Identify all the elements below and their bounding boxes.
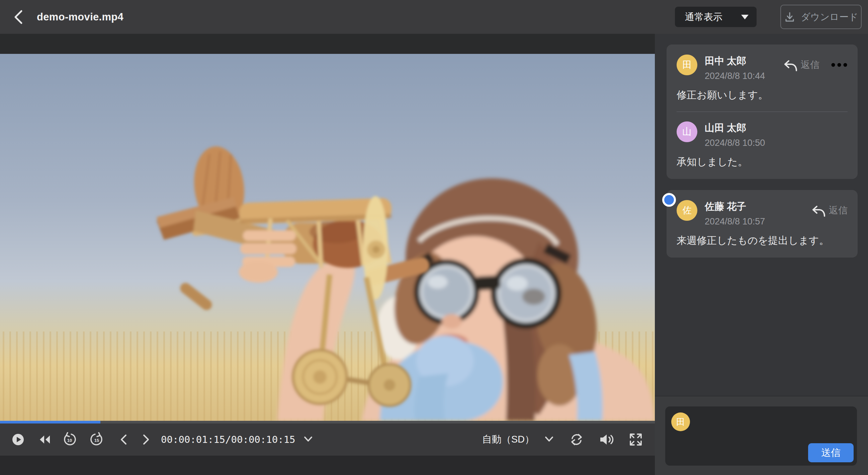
comment-input[interactable] — [697, 412, 807, 444]
comment-composer-section: 田 送信 — [655, 396, 868, 475]
chevron-right-icon — [142, 433, 151, 446]
download-button[interactable]: ダウンロード — [780, 5, 862, 29]
skip-back-10-icon: 10 — [63, 432, 76, 447]
svg-text:15: 15 — [94, 438, 99, 443]
player-controls-right: 自動（SD） — [482, 429, 643, 450]
play-button[interactable] — [12, 429, 24, 450]
comment-author: 田中 太郎 — [705, 55, 783, 68]
video-frame[interactable] — [0, 54, 655, 421]
seek-bar-fill — [0, 421, 100, 423]
comment-thread-card[interactable]: 佐 佐藤 花子 2024/8/8 10:57 返信 来週修正したものを提出します… — [666, 190, 858, 258]
loop-button[interactable] — [569, 429, 584, 450]
page-title: demo-movie.mp4 — [37, 11, 123, 23]
reply-button[interactable]: 返信 — [783, 59, 819, 71]
chevron-left-icon — [119, 433, 128, 446]
player-top-gap — [0, 34, 655, 54]
avatar: 山 — [677, 121, 698, 142]
avatar: 田 — [677, 55, 698, 75]
comment-thread-card[interactable]: 田 田中 太郎 2024/8/8 10:44 返信 — [666, 44, 858, 179]
reply-label: 返信 — [829, 204, 847, 217]
player-column: 10 15 00:00:01:15/00:00:10:15 — [0, 34, 655, 475]
comment-timestamp: 2024/8/8 10:44 — [705, 71, 783, 81]
send-button[interactable]: 送信 — [808, 443, 854, 462]
comment-text: 承知しました。 — [677, 155, 847, 169]
comment-author: 山田 太郎 — [705, 121, 847, 135]
quality-selector[interactable]: 自動（SD） — [482, 433, 555, 446]
thread-divider — [677, 112, 847, 112]
comment-menu-button[interactable] — [831, 63, 847, 67]
chevron-left-icon — [11, 8, 25, 26]
quality-label: 自動（SD） — [482, 433, 534, 446]
download-icon — [784, 11, 796, 23]
comment-author: 佐藤 花子 — [705, 200, 811, 214]
skip-back-10-button[interactable]: 10 — [63, 429, 76, 450]
volume-button[interactable] — [599, 429, 614, 450]
reply-arrow-icon — [811, 204, 826, 217]
reply-label: 返信 — [801, 59, 819, 71]
download-label: ダウンロード — [801, 11, 858, 24]
rewind-icon — [38, 435, 51, 445]
skip-forward-15-icon: 15 — [90, 432, 104, 447]
comment-list: 田 田中 太郎 2024/8/8 10:44 返信 — [655, 34, 868, 396]
timecode-menu-button[interactable] — [303, 429, 313, 450]
chevron-down-icon — [544, 436, 555, 443]
comment-sidebar: 田 田中 太郎 2024/8/8 10:44 返信 — [655, 34, 868, 475]
comment-timestamp: 2024/8/8 10:57 — [705, 216, 811, 227]
sync-arrows-icon — [569, 433, 584, 447]
caret-down-icon — [741, 15, 748, 20]
timecode-display: 00:00:01:15/00:00:10:15 — [161, 434, 296, 445]
reply-arrow-icon — [783, 59, 797, 71]
svg-text:10: 10 — [67, 438, 72, 443]
player-controls: 10 15 00:00:01:15/00:00:10:15 — [0, 423, 655, 455]
avatar: 田 — [671, 412, 690, 431]
unread-marker — [662, 193, 676, 207]
avatar: 佐 — [677, 200, 698, 221]
three-dots-icon — [831, 63, 847, 67]
play-icon — [12, 434, 24, 446]
speaker-icon — [599, 433, 614, 446]
chevron-down-icon — [303, 436, 313, 443]
fullscreen-button[interactable] — [629, 429, 643, 450]
prev-frame-button[interactable] — [119, 429, 128, 450]
video-still — [0, 54, 655, 421]
back-button[interactable] — [8, 7, 28, 27]
reply-button[interactable]: 返信 — [811, 204, 847, 217]
view-mode-value: 通常表示 — [685, 11, 722, 24]
view-mode-select[interactable]: 通常表示 — [675, 7, 756, 27]
comment-text: 来週修正したものを提出します。 — [677, 233, 847, 248]
comment-timestamp: 2024/8/8 10:50 — [705, 138, 847, 148]
player-bottom-gap — [0, 455, 655, 475]
skip-forward-15-button[interactable]: 15 — [90, 429, 104, 450]
rewind-button[interactable] — [38, 429, 51, 450]
expand-arrows-icon — [629, 433, 643, 447]
comment-composer: 田 送信 — [665, 406, 857, 466]
top-bar: demo-movie.mp4 通常表示 ダウンロード — [0, 0, 868, 34]
comment-text: 修正お願いします。 — [677, 88, 847, 102]
next-frame-button[interactable] — [142, 429, 151, 450]
seek-bar[interactable] — [0, 421, 655, 423]
